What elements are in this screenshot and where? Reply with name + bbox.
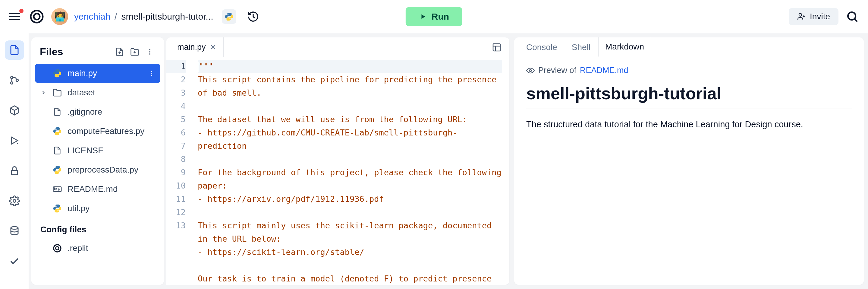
invite-button-label: Invite [810,12,830,22]
file-name: dataset [67,88,95,97]
svg-point-10 [149,51,150,53]
files-title: Files [40,46,110,58]
run-button[interactable]: Run [406,7,462,26]
history-button[interactable] [247,10,259,23]
file-row--gitignore[interactable]: .gitignore [35,102,160,122]
svg-point-9 [149,49,150,50]
file-name: util.py [67,204,90,213]
file-icon [52,126,63,137]
svg-point-3 [10,76,13,79]
svg-point-0 [31,10,43,23]
file-name: main.py [67,68,97,78]
file-more-icon[interactable] [148,70,155,77]
breadcrumb-separator: / [115,11,117,22]
invite-button[interactable]: Invite [789,8,838,25]
svg-point-19 [530,69,532,71]
file-icon [52,243,63,254]
preview-file-link[interactable]: README.md [580,66,628,75]
file-name: .replit [67,243,88,253]
tab-shell[interactable]: Shell [565,37,597,57]
svg-point-5 [16,79,19,82]
file-row-computeFeatures-py[interactable]: computeFeatures.py [35,122,160,141]
svg-point-4 [10,82,13,84]
svg-point-2 [848,12,856,20]
editor-tab-main[interactable]: main.py ✕ [170,37,224,57]
markdown-body: The structured data tutorial for the Mac… [526,118,822,131]
svg-rect-6 [11,170,18,175]
menu-button[interactable] [9,10,22,23]
file-row-dataset[interactable]: dataset [35,83,160,102]
file-row-README-md[interactable]: README.md [35,179,160,199]
file-row--replit[interactable]: .replit [35,239,160,258]
file-name: .gitignore [67,107,102,117]
new-folder-button[interactable] [129,46,141,58]
breadcrumb-project[interactable]: smell-pittsburgh-tutor... [121,11,213,22]
editor-layout-button[interactable] [491,41,503,53]
chevron-right-icon [40,90,47,96]
file-icon [52,107,63,117]
preview-indicator: Preview of README.md [526,66,852,75]
editor-tab-label: main.py [177,42,206,52]
file-row-preprocessData-py[interactable]: preprocessData.py [35,160,160,179]
language-badge[interactable] [222,9,236,24]
replit-logo[interactable] [28,8,45,25]
config-section-label: Config files [35,218,160,239]
markdown-title: smell-pittsburgh-tutorial [526,84,852,109]
file-name: computeFeatures.py [67,126,144,136]
file-icon [52,203,63,214]
rail-packages[interactable] [5,101,24,120]
close-tab-icon[interactable]: ✕ [210,43,216,52]
editor-tabs: main.py ✕ [166,37,509,57]
files-panel: Files main.pydataset.gitignorecomputeFea… [31,37,164,285]
eye-icon [526,66,535,75]
rail-files[interactable] [5,40,24,60]
svg-point-14 [151,75,152,76]
svg-point-13 [151,73,152,74]
rail-status[interactable] [5,252,24,271]
file-name: LICENSE [67,146,104,155]
search-button[interactable] [846,10,859,23]
activity-rail [0,33,29,289]
svg-point-12 [151,71,152,72]
rail-vcs[interactable] [5,70,24,90]
tab-console[interactable]: Console [520,37,564,57]
svg-point-17 [56,247,59,250]
file-icon [52,165,63,175]
file-icon [52,145,63,156]
file-row-main-py[interactable]: main.py [35,64,160,83]
notification-dot [19,9,24,13]
tab-markdown[interactable]: Markdown [598,37,651,57]
file-row-LICENSE[interactable]: LICENSE [35,141,160,160]
files-more-button[interactable] [144,46,156,58]
file-name: README.md [67,184,118,194]
svg-point-8 [11,227,18,229]
svg-rect-18 [493,44,500,51]
top-bar: 🧑‍💻 yenchiah / smell-pittsburgh-tutor...… [0,0,868,33]
rail-debugger[interactable] [5,131,24,150]
file-icon [52,87,63,98]
right-panel: Console Shell Markdown Preview of README… [514,37,864,285]
code-editor[interactable]: 12345678910111213 """This script contain… [166,57,509,285]
file-icon [52,68,63,79]
editor-panel: main.py ✕ 12345678910111213 """This scri… [166,37,509,285]
svg-point-16 [54,244,61,252]
svg-point-1 [34,13,40,20]
right-tabs: Console Shell Markdown [514,37,864,57]
file-icon [52,184,63,195]
breadcrumb: yenchiah / smell-pittsburgh-tutor... [74,11,213,22]
breadcrumb-user[interactable]: yenchiah [74,11,110,22]
file-name: preprocessData.py [67,165,138,175]
run-button-label: Run [432,11,449,22]
svg-point-11 [149,53,150,55]
rail-database[interactable] [5,222,24,241]
user-avatar[interactable]: 🧑‍💻 [51,8,68,25]
svg-point-7 [13,200,16,202]
preview-prefix: Preview of [538,66,576,75]
rail-settings[interactable] [5,191,24,210]
new-file-button[interactable] [114,46,125,58]
rail-secrets[interactable] [5,161,24,180]
file-row-util-py[interactable]: util.py [35,199,160,218]
